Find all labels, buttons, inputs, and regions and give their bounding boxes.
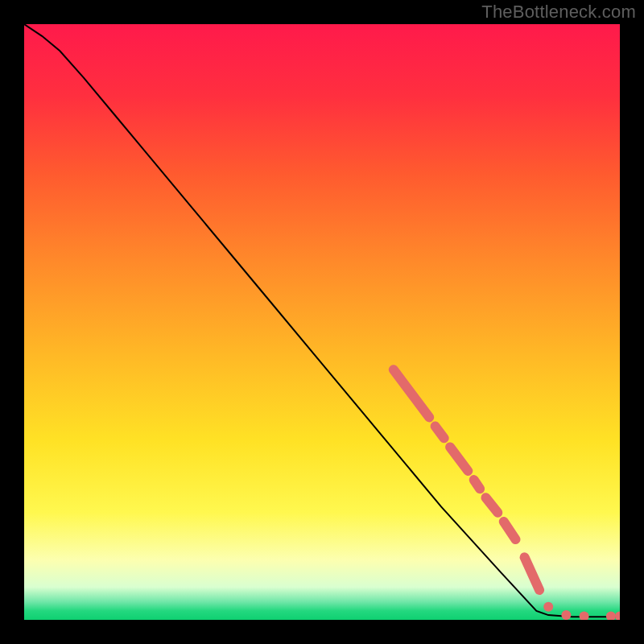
chart-frame: TheBottleneck.com [0,0,644,644]
attribution-text: TheBottleneck.com [481,2,636,23]
marker-dot [561,610,571,620]
marker-dot [543,602,553,612]
plot-area [24,24,620,620]
marker-segment [474,480,480,489]
plot-svg [24,24,620,620]
